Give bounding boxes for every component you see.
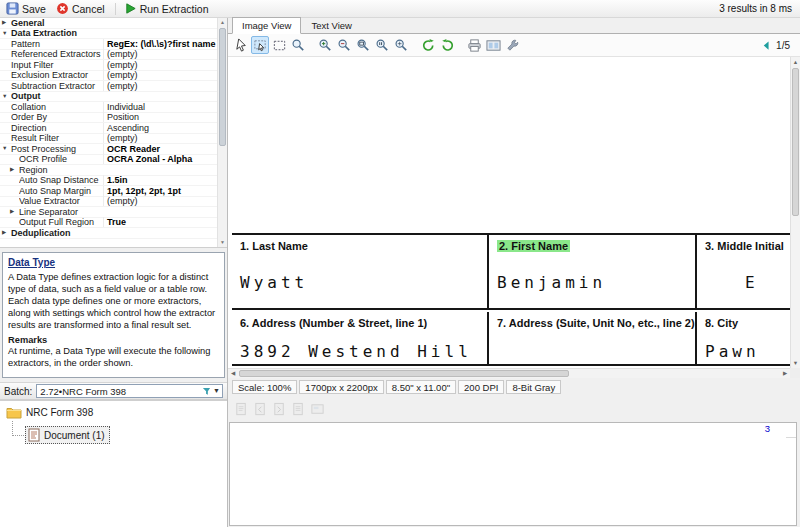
property-row[interactable]: OCR Profile OCRA Zonal - Alpha <box>0 155 217 166</box>
document-viewer[interactable]: 1. Last Name Wyatt 2. First Name Benjami… <box>228 57 800 378</box>
zoom-in-button[interactable] <box>316 36 334 54</box>
expand-arrow-icon[interactable]: ▶ <box>2 18 11 27</box>
first-result-icon[interactable] <box>234 402 249 417</box>
property-label: Auto Snap Margin <box>19 186 103 196</box>
property-value[interactable]: OCR Reader <box>103 144 217 154</box>
property-value[interactable]: Ascending <box>103 123 217 133</box>
scroll-left-icon[interactable]: ◀ <box>228 369 238 378</box>
vertical-scrollbar[interactable]: ▲ ▼ <box>790 57 800 368</box>
magnifier-tool-button[interactable] <box>289 36 307 54</box>
property-value[interactable]: (empty) <box>103 133 217 143</box>
property-row[interactable]: Auto Snap Distance 1.5in <box>0 176 217 187</box>
property-value[interactable]: True <box>103 217 217 227</box>
prev-result-icon[interactable] <box>253 402 268 417</box>
status-segment: 8-Bit Gray <box>506 380 561 394</box>
property-row[interactable]: Auto Snap Margin 1pt, 12pt, 2pt, 1pt <box>0 186 217 197</box>
scroll-up-icon[interactable]: ▲ <box>218 18 227 27</box>
property-row[interactable]: ▶ Deduplication <box>0 228 217 239</box>
property-row[interactable]: ▶ General <box>0 18 217 29</box>
cancel-button[interactable]: Cancel <box>53 1 110 17</box>
property-value[interactable]: Individual <box>103 102 217 112</box>
marquee-tool-button[interactable] <box>270 36 288 54</box>
scroll-right-icon[interactable]: ▶ <box>780 369 790 378</box>
scroll-down-icon[interactable]: ▼ <box>218 238 227 247</box>
scrollbar-thumb[interactable] <box>219 28 226 146</box>
property-row[interactable]: Referenced Extractors (empty) <box>0 50 217 61</box>
dropdown-caret-icon[interactable]: ▼ <box>213 386 220 396</box>
property-row[interactable]: Input Filter (empty) <box>0 60 217 71</box>
select-text-icon <box>253 38 268 53</box>
property-row[interactable]: ▶ Line Separator <box>0 207 217 218</box>
tree-item-document[interactable]: Document (1) <box>25 426 227 444</box>
zoom-out-button[interactable] <box>335 36 353 54</box>
expand-arrow-icon[interactable]: ▼ <box>2 92 11 101</box>
property-row[interactable]: Direction Ascending <box>0 123 217 134</box>
zoom-actual-button[interactable] <box>373 36 391 54</box>
expand-arrow-icon[interactable]: ▶ <box>10 165 19 174</box>
last-result-icon[interactable] <box>291 402 306 417</box>
batch-selector[interactable]: 2.72•NRC Form 398 ▼ <box>36 384 223 398</box>
next-result-icon[interactable] <box>272 402 287 417</box>
refresh-button[interactable] <box>419 36 437 54</box>
vertical-scroll-thumb[interactable] <box>792 68 799 216</box>
results-panel: Results (3) Confidence Page No Index Len… <box>229 422 797 526</box>
property-row[interactable]: Exclusion Extractor (empty) <box>0 71 217 82</box>
tab-image-view[interactable]: Image View <box>232 17 301 34</box>
expand-arrow-icon[interactable]: ▶ <box>2 228 11 237</box>
property-value[interactable]: (empty) <box>103 49 217 59</box>
document-page[interactable]: 1. Last Name Wyatt 2. First Name Benjami… <box>228 57 790 368</box>
property-label: OCR Profile <box>19 154 103 164</box>
property-row[interactable]: ▶ Region <box>0 165 217 176</box>
property-row[interactable]: ▼ Post Processing OCR Reader <box>0 144 217 155</box>
scroll-down-icon[interactable]: ▼ <box>791 358 800 368</box>
property-value[interactable]: Position <box>103 112 217 122</box>
expand-arrow-icon[interactable]: ▼ <box>2 29 11 38</box>
highlight-result-icon[interactable] <box>310 402 325 417</box>
horizontal-scroll-thumb[interactable] <box>239 370 569 377</box>
prev-page-icon[interactable] <box>761 40 772 51</box>
property-value[interactable]: (empty) <box>103 70 217 80</box>
property-value[interactable]: RegEx: (\d\.\s)?first name <box>103 39 217 49</box>
field-label-first-name-highlight[interactable]: 2. First Name <box>497 240 570 252</box>
pointer-tool-button[interactable] <box>232 36 250 54</box>
status-segment: 200 DPI <box>458 380 504 394</box>
rotate-button[interactable] <box>438 36 456 54</box>
document-node[interactable]: Document (1) <box>25 426 110 444</box>
tree-root-label: NRC Form 398 <box>26 407 93 418</box>
zoom-fit-button[interactable] <box>392 36 410 54</box>
property-row[interactable]: Output Full Region True <box>0 218 217 229</box>
property-row[interactable]: Collation Individual <box>0 102 217 113</box>
horizontal-scrollbar[interactable]: ◀ ▶ <box>228 368 790 378</box>
property-row[interactable]: ▼ Data Extraction <box>0 29 217 40</box>
property-value[interactable]: (empty) <box>103 196 217 206</box>
property-value[interactable]: 1pt, 12pt, 2pt, 1pt <box>103 186 217 196</box>
property-row[interactable]: Pattern RegEx: (\d\.\s)?first name <box>0 39 217 50</box>
scroll-up-icon[interactable]: ▲ <box>791 57 800 67</box>
tab-text-view[interactable]: Text View <box>301 17 361 34</box>
expand-arrow-icon[interactable]: ▶ <box>10 207 19 216</box>
frames-button[interactable] <box>484 36 502 54</box>
property-value[interactable]: (empty) <box>103 81 217 91</box>
tree-item-batch-root[interactable]: NRC Form 398 <box>0 401 227 419</box>
property-row[interactable]: Value Extractor (empty) <box>0 197 217 208</box>
zoom-region-button[interactable] <box>354 36 372 54</box>
property-value[interactable]: OCRA Zonal - Alpha <box>103 154 217 164</box>
expand-arrow-icon[interactable]: ▼ <box>2 144 11 153</box>
property-value[interactable]: (empty) <box>103 60 217 70</box>
settings-button[interactable] <box>503 36 521 54</box>
run-extraction-button[interactable]: Run Extraction <box>121 1 214 17</box>
print-button[interactable] <box>465 36 483 54</box>
property-row[interactable]: Result Filter (empty) <box>0 134 217 145</box>
save-button[interactable]: Save <box>3 1 51 17</box>
select-text-tool-button[interactable] <box>251 36 269 54</box>
cancel-icon <box>56 2 69 15</box>
result-page-no: 3 <box>230 423 786 515</box>
property-row[interactable]: ▼ Output <box>0 92 217 103</box>
result-row[interactable]: 2. First Name 100% 3 4594 13 [OCR Reader… <box>230 464 796 477</box>
property-row[interactable]: Order By Position <box>0 113 217 124</box>
property-grid-scrollbar[interactable]: ▲ ▼ <box>217 18 227 247</box>
help-title-link[interactable]: Data Type <box>8 257 55 268</box>
filter-icon[interactable] <box>202 387 211 396</box>
property-value[interactable]: 1.5in <box>103 175 217 185</box>
property-row[interactable]: Subtraction Extractor (empty) <box>0 81 217 92</box>
